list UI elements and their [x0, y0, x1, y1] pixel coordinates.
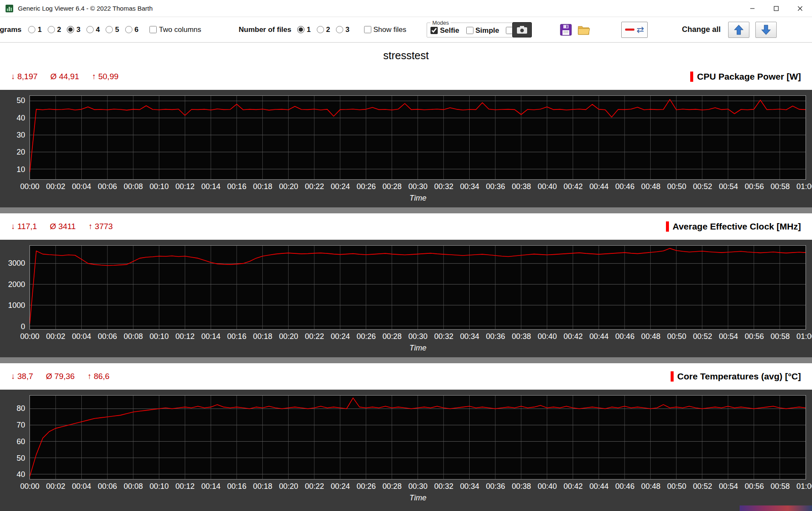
x-axis-labels: 00:0000:0200:0400:0600:0800:1000:1200:14… [30, 332, 806, 342]
x-axis-labels: 00:0000:0200:0400:0600:0800:1000:1200:14… [30, 482, 806, 492]
show-files-checkbox-group[interactable]: Show files [364, 26, 406, 34]
plot-area [29, 395, 806, 479]
x-tick-label: 00:58 [771, 182, 790, 191]
diagram-count-4-radio[interactable] [86, 26, 94, 33]
diagram-count-2-radio[interactable] [48, 26, 55, 33]
toolbar: agrams 1 2 3 4 5 6 Two columns Number of… [0, 17, 812, 43]
chart-legend: Average Effective Clock [MHz] [666, 221, 801, 232]
x-tick-label: 00:12 [175, 482, 195, 491]
page-title: stresstest [383, 49, 429, 61]
page-title-band: stresstest [0, 43, 812, 63]
x-tick-label: 00:54 [719, 182, 738, 191]
x-tick-label: 00:30 [408, 482, 428, 491]
x-tick-label: 00:36 [486, 332, 505, 341]
x-tick-label: 00:32 [434, 182, 453, 191]
x-tick-label: 00:28 [382, 482, 402, 491]
x-axis-title: Time [30, 342, 806, 356]
x-tick-label: 00:54 [719, 332, 738, 341]
x-tick-label: 00:58 [771, 482, 790, 491]
x-tick-label: 00:06 [98, 182, 117, 191]
x-tick-label: 00:02 [46, 182, 65, 191]
save-button[interactable] [558, 22, 574, 37]
file-count-2-radio[interactable] [317, 26, 324, 33]
x-tick-label: 00:02 [46, 482, 65, 491]
x-tick-label: 00:20 [279, 482, 298, 491]
diagram-count-1[interactable]: 1 [28, 26, 41, 34]
diagram-count-6[interactable]: 6 [125, 26, 138, 34]
stat-avg: Ø 79,36 [46, 372, 75, 381]
simple-checkbox[interactable] [466, 27, 473, 34]
file-count-3-radio[interactable] [336, 26, 343, 33]
two-columns-checkbox-group[interactable]: Two columns [149, 26, 201, 34]
modes-label: Modes [430, 20, 450, 26]
x-tick-label: 00:06 [98, 332, 117, 341]
diagram-count-3-radio[interactable] [67, 26, 74, 33]
file-count-1-radio[interactable] [297, 26, 304, 33]
x-tick-label: 00:52 [693, 482, 712, 491]
diagram-count-6-radio[interactable] [125, 26, 132, 33]
title-bar: Generic Log Viewer 6.4 - © 2022 Thomas B… [0, 0, 812, 17]
chart-legend: CPU Package Power [W] [690, 72, 801, 82]
x-tick-label: 00:54 [719, 482, 738, 491]
x-tick-label: 00:24 [331, 482, 350, 491]
diagram-count-2[interactable]: 2 [48, 26, 61, 34]
diagram-count-4-label: 4 [96, 26, 100, 34]
y-tick-label: 1000 [8, 301, 25, 310]
x-tick-label: 00:10 [149, 182, 169, 191]
floppy-disk-icon [560, 24, 572, 36]
stat-min: ↓ 38,7 [11, 372, 33, 381]
diagram-count-4[interactable]: 4 [86, 26, 100, 34]
maximize-button[interactable] [764, 0, 788, 17]
x-tick-label: 00:08 [124, 482, 143, 491]
diagram-count-5-radio[interactable] [106, 26, 113, 33]
move-up-button[interactable] [728, 22, 749, 38]
diagram-count-5[interactable]: 5 [106, 26, 119, 34]
x-tick-label: 00:40 [538, 332, 557, 341]
legend-color [666, 221, 669, 232]
x-tick-label: 00:14 [201, 482, 221, 491]
x-tick-label: 00:22 [305, 182, 324, 191]
chart-stats: ↓ 117,1 Ø 3411 ↑ 3773 [11, 222, 113, 231]
x-tick-label: 00:00 [20, 182, 39, 191]
x-tick-label: 00:24 [331, 182, 350, 191]
simple-checkbox-group[interactable]: Simple [466, 26, 499, 35]
y-tick-label: 70 [17, 420, 25, 429]
plot-area [29, 95, 806, 180]
file-count-3[interactable]: 3 [336, 26, 349, 34]
move-down-button[interactable] [755, 22, 777, 38]
file-count-1[interactable]: 1 [297, 26, 310, 34]
minimize-button[interactable] [740, 0, 764, 17]
x-axis-labels: 00:0000:0200:0400:0600:0800:1000:1200:14… [30, 182, 806, 192]
x-tick-label: 00:18 [253, 332, 272, 341]
x-tick-label: 00:34 [460, 332, 479, 341]
x-tick-label: 00:22 [305, 482, 324, 491]
close-button[interactable] [788, 0, 812, 17]
y-tick-label: 3000 [8, 259, 25, 268]
x-tick-label: 00:12 [175, 332, 195, 341]
y-tick-label: 0 [21, 322, 25, 331]
x-tick-label: 00:58 [771, 332, 790, 341]
diagram-count-1-radio[interactable] [28, 26, 35, 33]
line-style-refresh-button[interactable]: ⇄ [621, 22, 648, 38]
chart-section-effective-clock: ↓ 117,1 Ø 3411 ↑ 3773 Average Effective … [0, 213, 812, 357]
red-line-icon [625, 29, 634, 31]
screenshot-button[interactable] [512, 22, 532, 37]
diagram-count-3[interactable]: 3 [67, 26, 80, 34]
x-tick-label: 00:22 [305, 332, 324, 341]
y-tick-label: 50 [17, 96, 25, 105]
file-count-2[interactable]: 2 [317, 26, 330, 34]
show-files-checkbox[interactable] [364, 26, 371, 33]
selfie-checkbox[interactable] [430, 27, 438, 34]
diagram-count-1-label: 1 [37, 26, 41, 34]
open-folder-button[interactable] [576, 22, 591, 37]
x-tick-label: 00:36 [486, 182, 505, 191]
two-columns-checkbox[interactable] [149, 26, 157, 33]
x-tick-label: 00:38 [512, 182, 531, 191]
x-tick-label: 00:04 [72, 482, 91, 491]
x-tick-label: 00:28 [382, 332, 402, 341]
selfie-checkbox-group[interactable]: Selfie [430, 26, 459, 35]
x-tick-label: 00:26 [356, 182, 376, 191]
diagram-count-radio-group: 1 2 3 4 5 6 [28, 26, 138, 34]
file-count-radio-group: 1 2 3 [297, 26, 349, 34]
diagrams-label: agrams [0, 26, 21, 34]
